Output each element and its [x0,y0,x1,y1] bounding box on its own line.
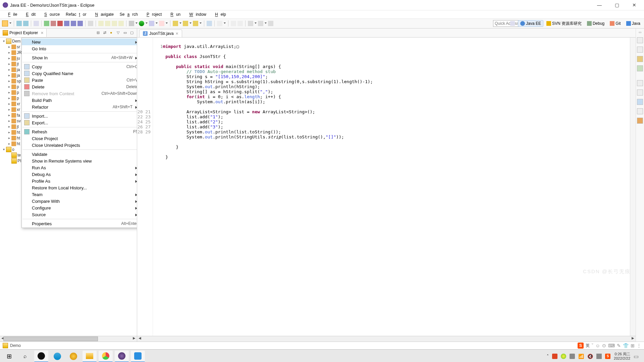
outline-icon[interactable] [637,37,643,43]
horizontal-scrollbar[interactable]: ◀ ▶ [0,336,137,342]
ime-mic-icon[interactable]: ⊙ [602,343,606,348]
menu-item-compare-with[interactable]: Compare With▶ [22,198,137,204]
menu-search[interactable]: Search [117,11,141,18]
menu-window[interactable]: Window [184,11,209,18]
tool-icon[interactable] [112,21,117,26]
menu-item-run-as[interactable]: Run As▶ [22,164,137,171]
menu-item-restore-from-local-history-[interactable]: Restore from Local History... [22,184,137,191]
tray-volume-icon[interactable]: 🔇 [587,354,593,359]
search-icon[interactable] [217,21,222,26]
ime-keyboard-icon[interactable]: ⌨ [608,343,615,348]
close-button[interactable]: ✕ [629,2,639,8]
taskbar-clock[interactable]: 0:26 周二 2022/2/22 [614,352,630,361]
perspective-svn[interactable]: SVN 资源库研究 [544,20,584,27]
menu-item-profile-as[interactable]: Profile As▶ [22,178,137,184]
ime-emoji-icon[interactable]: ☺ [595,343,600,348]
menu-item-refactor[interactable]: RefactorAlt+Shift+T▶ [22,104,137,110]
code-editor[interactable]: 1⊕import java.util.ArrayList;▢ public cl… [153,38,630,336]
menu-item-configure[interactable]: Configure▶ [22,204,137,211]
menu-item-import-[interactable]: Import... [22,113,137,119]
tool-icon[interactable] [98,21,104,26]
tool-icon[interactable] [34,21,39,26]
tray-sogou-icon[interactable]: S [605,354,610,359]
menu-item-refresh[interactable]: RefreshF5 [22,128,137,135]
taskbar-app[interactable] [131,351,145,362]
close-view-icon[interactable]: ✕ [41,31,44,35]
menu-edit[interactable]: Edit [20,11,38,18]
menu-refactor[interactable]: Refactor [63,11,89,18]
perspective-javaee[interactable]: Java EE [518,20,543,27]
step-return-icon[interactable] [77,21,83,26]
menu-item-new[interactable]: New▶ [22,39,137,45]
tray-app-icon[interactable] [596,354,602,359]
tool-icon[interactable] [88,21,93,26]
menu-item-paste[interactable]: PasteCtrl+V [22,77,137,83]
project-explorer-tab[interactable]: Project Explorer ✕ [0,29,47,37]
tray-app-icon[interactable] [561,354,566,359]
open-perspective-icon[interactable] [508,20,517,27]
tool-icon[interactable] [105,21,110,26]
new-wizard-icon[interactable] [173,21,178,26]
pause-icon[interactable] [51,21,56,26]
view-icon[interactable] [637,99,643,105]
taskbar-app[interactable] [66,351,80,362]
nav-fwd-icon[interactable] [258,21,263,26]
open-type-icon[interactable] [207,21,212,26]
new-wizard-icon[interactable] [193,21,198,26]
new-icon[interactable] [2,20,8,26]
run-icon[interactable] [139,21,144,26]
menu-item-show-in-remote-systems-view[interactable]: Show in Remote Systems view [22,158,137,164]
taskbar-app[interactable] [34,351,48,362]
menu-item-go-into[interactable]: Go Into [22,45,137,52]
perspective-git[interactable]: Git [607,20,623,27]
save-icon[interactable] [16,21,22,26]
view-icon[interactable] [637,80,643,86]
sogou-ime-icon[interactable]: S [578,343,584,349]
taskbar-chrome[interactable] [99,351,113,362]
tray-network-icon[interactable] [570,354,575,359]
view-icon[interactable] [637,56,643,62]
minimize-view-icon[interactable]: ▭ [123,31,128,35]
ime-menu-icon[interactable]: ⋮ [637,343,641,348]
collapse-all-icon[interactable]: ⊟ [97,31,101,35]
menu-help[interactable]: Help [210,11,229,18]
link-editor-icon[interactable]: ⇄ [103,31,108,35]
view-menu-icon[interactable]: ▽ [117,31,121,35]
menu-source[interactable]: Source [39,11,62,18]
menu-item-close-unrelated-projects[interactable]: Close Unrelated Projects [22,142,137,148]
tool-icon[interactable] [231,21,236,26]
maximize-button[interactable]: ▢ [612,2,622,8]
start-button[interactable]: ⊞ [2,351,16,362]
menu-item-team[interactable]: Team▶ [22,191,137,198]
filter-icon[interactable]: ● [110,31,115,35]
editor-horizontal-scrollbar[interactable]: ◀ ▶ [137,336,636,342]
run-config-icon[interactable] [149,21,154,26]
nav-back-icon[interactable] [248,21,253,26]
minimize-button[interactable]: — [594,2,604,8]
menu-project[interactable]: Project [141,11,164,18]
menu-item-build-path[interactable]: Build Path▶ [22,97,137,104]
menu-item-validate[interactable]: Validate [22,151,137,158]
ime-tool-icon[interactable]: ˇ [592,343,593,348]
step-into-icon[interactable] [64,21,69,26]
ime-toolbox-icon[interactable]: ⊞ [631,343,635,348]
menu-item-debug-as[interactable]: Debug As▶ [22,171,137,178]
tool-icon[interactable] [118,21,124,26]
ime-skin-icon[interactable]: 👕 [623,343,629,348]
menu-item-properties[interactable]: PropertiesAlt+Enter [22,220,137,227]
search-button[interactable]: ⌕ [18,351,32,362]
close-tab-icon[interactable]: ✕ [175,32,178,36]
coverage-icon[interactable] [159,21,164,26]
vertical-scrollbar[interactable] [630,38,636,336]
menu-item-export-[interactable]: Export... [22,119,137,126]
menu-item-delete[interactable]: DeleteDelete [22,83,137,90]
restore-icon[interactable]: ▭ [639,31,642,34]
menu-navigate[interactable]: Navigate [90,11,116,18]
view-icon[interactable] [637,108,643,114]
view-icon[interactable] [637,118,643,124]
ime-tool-icon[interactable]: ✎ [617,343,621,348]
menu-item-copy-qualified-name[interactable]: Copy Qualified Name [22,70,137,77]
ime-lang[interactable]: 英 [586,343,590,349]
tool-icon[interactable] [237,21,243,26]
taskbar-ie[interactable] [50,351,64,362]
